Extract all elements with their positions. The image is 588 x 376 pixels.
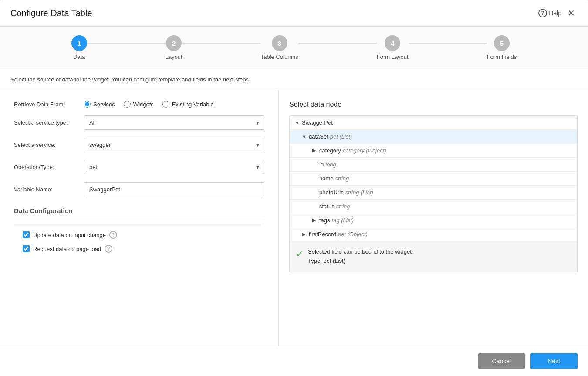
tree-title: Select data node [289, 101, 578, 108]
operation-select[interactable]: pet [84, 160, 264, 174]
checkbox-request-label: Request data on page load [33, 246, 101, 252]
dataset-arrow-icon: ▼ [302, 134, 309, 139]
help-label: Help [549, 10, 561, 17]
firstrecord-name: firstRecord [309, 231, 336, 237]
status-name: status [319, 203, 335, 210]
tree-dataset[interactable]: ▼ dataSet pet (List) [290, 130, 577, 144]
tree-photourls[interactable]: photoUrls string (List) [290, 186, 577, 200]
service-select[interactable]: swagger [84, 138, 264, 152]
service-row: Select a service: swagger ▼ [14, 138, 264, 152]
checkbox-update-label: Update data on input change [33, 232, 106, 238]
step-3-circle: 3 [272, 35, 287, 51]
tags-arrow-icon: ▶ [312, 217, 319, 223]
dataset-name: dataSet [309, 133, 328, 140]
retrieve-label: Retrieve Data From: [14, 101, 84, 108]
tree-firstrecord[interactable]: ▶ firstRecord pet (Object) [290, 227, 577, 241]
retrieve-data-row: Retrieve Data From: Services Widgets Exi… [14, 101, 264, 108]
tags-type: tag (List) [332, 217, 354, 224]
selected-msg2: Type: pet (List) [308, 257, 413, 266]
checkbox-update-row: Update data on input change ? [14, 231, 264, 239]
next-button[interactable]: Next [530, 353, 578, 369]
data-config-section: Data Configuration Update data on input … [14, 207, 264, 253]
tree-name[interactable]: name string [290, 172, 577, 186]
stepper: 1 Data 2 Layout 3 Table Columns 4 Form L… [0, 27, 588, 69]
radio-existing-variable-input[interactable] [162, 101, 169, 108]
dataset-type: pet (List) [330, 133, 352, 140]
help-circle-icon: ? [538, 9, 547, 17]
retrieve-radio-group: Services Widgets Existing Variable [84, 101, 214, 108]
radio-services[interactable]: Services [84, 101, 115, 108]
dialog-footer: Cancel Next [0, 346, 588, 376]
photourls-type: string (List) [345, 189, 373, 196]
step-1: 1 Data [71, 35, 87, 60]
step-4: 4 Form Layout [377, 35, 409, 60]
close-button[interactable]: ✕ [565, 7, 578, 19]
main-content: Retrieve Data From: Services Widgets Exi… [0, 90, 588, 346]
tree-root[interactable]: ▼ SwaggerPet [290, 116, 577, 130]
service-select-wrapper: swagger ▼ [84, 138, 264, 152]
step-5-circle: 5 [494, 35, 510, 51]
service-type-select[interactable]: All [84, 115, 264, 130]
step-2-label: Layout [166, 54, 182, 60]
step-5: 5 Form Fields [487, 35, 517, 60]
service-type-select-wrapper: All ▼ [84, 115, 264, 130]
name-name: name [319, 175, 334, 182]
operation-label: Operation/Type: [14, 164, 84, 170]
radio-widgets-label: Widgets [133, 101, 154, 108]
radio-widgets-input[interactable] [124, 101, 131, 108]
root-name: SwaggerPet [302, 119, 333, 126]
header-actions: ? Help ✕ [538, 7, 578, 19]
description-text: Select the source of data for the widget… [0, 69, 588, 90]
service-type-row: Select a service type: All ▼ [14, 115, 264, 130]
service-type-label: Select a service type: [14, 119, 84, 126]
section-divider [14, 224, 264, 224]
variable-name-label: Variable Name: [14, 186, 84, 193]
step-1-circle: 1 [71, 35, 87, 51]
data-tree: ▼ SwaggerPet ▼ dataSet pet (List) ▶ cate… [289, 115, 578, 272]
variable-name-input[interactable] [84, 182, 264, 196]
id-type: long [325, 161, 336, 168]
step-3: 3 Table Columns [261, 35, 298, 60]
tree-status[interactable]: status string [290, 200, 577, 213]
service-label: Select a service: [14, 142, 84, 148]
tree-category[interactable]: ▶ category category (Object) [290, 144, 577, 158]
checkbox-request-row: Request data on page load ? [14, 245, 264, 253]
radio-existing-variable[interactable]: Existing Variable [162, 101, 214, 108]
left-panel: Retrieve Data From: Services Widgets Exi… [0, 90, 279, 346]
step-connector-1 [87, 43, 166, 44]
variable-name-row: Variable Name: [14, 182, 264, 196]
data-config-title: Data Configuration [14, 207, 264, 218]
category-type: category (Object) [343, 147, 386, 154]
dialog-header: Configure Data Table ? Help ✕ [0, 0, 588, 27]
category-arrow-icon: ▶ [312, 148, 319, 153]
operation-select-wrapper: pet ▼ [84, 160, 264, 174]
right-panel: Select data node ▼ SwaggerPet ▼ dataSet … [279, 90, 588, 346]
help-button[interactable]: ? Help [538, 9, 561, 17]
name-type: string [335, 175, 349, 182]
configure-data-table-dialog: Configure Data Table ? Help ✕ 1 Data 2 L… [0, 0, 588, 376]
id-name: id [319, 161, 324, 168]
selected-text-block: Selected field can be bound to the widge… [308, 247, 413, 266]
radio-services-input[interactable] [84, 101, 91, 108]
step-connector-4 [409, 43, 487, 44]
radio-widgets[interactable]: Widgets [124, 101, 154, 108]
checkbox-request-input[interactable] [23, 245, 30, 252]
selected-info-panel: ✓ Selected field can be bound to the wid… [290, 241, 577, 272]
radio-existing-variable-label: Existing Variable [172, 101, 214, 108]
step-5-label: Form Fields [487, 54, 517, 60]
radio-services-label: Services [93, 101, 115, 108]
selected-msg1: Selected field can be bound to the widge… [308, 247, 413, 257]
tree-id[interactable]: id long [290, 158, 577, 172]
cancel-button[interactable]: Cancel [478, 353, 525, 369]
checkbox-update-input[interactable] [23, 231, 30, 238]
dialog-title: Configure Data Table [10, 8, 92, 18]
step-2-circle: 2 [166, 35, 182, 51]
request-info-icon[interactable]: ? [105, 245, 112, 253]
update-info-icon[interactable]: ? [109, 231, 117, 239]
photourls-name: photoUrls [319, 189, 344, 196]
status-type: string [336, 203, 350, 210]
step-3-label: Table Columns [261, 54, 298, 60]
root-arrow-icon: ▼ [295, 120, 302, 125]
firstrecord-type: pet (Object) [338, 231, 368, 237]
tree-tags[interactable]: ▶ tags tag (List) [290, 213, 577, 227]
